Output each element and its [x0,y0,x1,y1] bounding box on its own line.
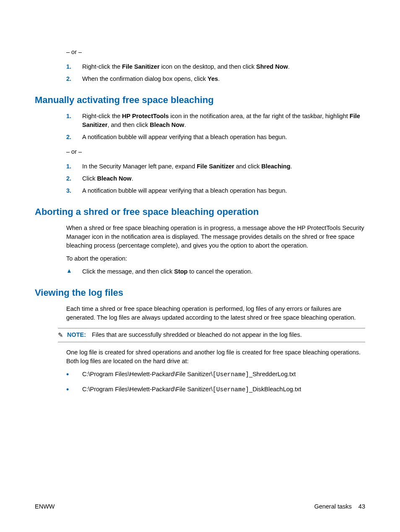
or-text: – or – [66,147,365,156]
note-content: NOTE:Files that are successfully shredde… [67,331,302,339]
bullet-text: C:\Program Files\Hewlett-Packard\File Sa… [82,370,365,379]
note-text: Files that are successfully shredded or … [92,331,302,338]
heading-viewing-log: Viewing the log files [35,286,365,300]
list-item: 1. In the Security Manager left pane, ex… [66,162,365,171]
note-block: ✎ NOTE:Files that are successfully shred… [58,328,365,342]
list-text: A notification bubble will appear verify… [82,186,365,195]
paragraph: When a shred or free space bleaching ope… [66,224,365,250]
sec0-listA: 1. Right-click the File Sanitizer icon o… [66,62,365,83]
footer: ENWW General tasks43 [35,502,365,511]
sec1-listB: 1. In the Security Manager left pane, ex… [66,162,365,195]
footer-left: ENWW [35,502,55,511]
list-item: 2. When the confirmation dialog box open… [66,75,365,83]
bullet-icon: • [66,370,82,379]
sec1-body: 1. Right-click the HP ProtectTools icon … [66,112,365,195]
list-item: 1. Right-click the File Sanitizer icon o… [66,62,365,71]
list-item: 3. A notification bubble will appear ver… [66,186,365,195]
page-number: 43 [358,503,365,510]
list-number: 1. [66,62,82,71]
footer-right: General tasks43 [314,502,365,511]
heading-aborting: Aborting a shred or free space bleaching… [35,205,365,219]
or-text: – or – [66,48,365,57]
list-text: Right-click the HP ProtectTools icon in … [82,112,365,129]
paragraph: Each time a shred or free space bleachin… [66,305,365,322]
sec3-body: Each time a shred or free space bleachin… [66,305,365,322]
bullet-item: • C:\Program Files\Hewlett-Packard\File … [66,370,365,379]
triangle-item: ▲ Click the message, and then click Stop… [66,267,365,276]
list-number: 2. [66,75,82,83]
paragraph: One log file is created for shred operat… [66,348,365,366]
paragraph: To abort the operation: [66,254,365,263]
list-item: 2. A notification bubble will appear ver… [66,133,365,142]
bullet-text: C:\Program Files\Hewlett-Packard\File Sa… [82,385,365,394]
list-number: 3. [66,186,82,195]
list-number: 1. [66,112,82,129]
list-text: Right-click the File Sanitizer icon on t… [82,62,365,71]
list-item: 2. Click Bleach Now. [66,174,365,183]
heading-manually-activating: Manually activating free space bleaching [35,93,365,107]
list-text: Click Bleach Now. [82,174,365,183]
list-number: 2. [66,174,82,183]
triangle-text: Click the message, and then click Stop t… [82,267,365,276]
list-text: When the confirmation dialog box opens, … [82,75,365,83]
sec2-body: When a shred or free space bleaching ope… [66,224,365,276]
intro-block: – or – 1. Right-click the File Sanitizer… [66,48,365,83]
list-text: In the Security Manager left pane, expan… [82,162,365,171]
note-icon: ✎ [58,331,67,340]
triangle-icon: ▲ [66,267,82,276]
list-text: A notification bubble will appear verify… [82,133,365,142]
bullet-icon: • [66,385,82,394]
list-number: 2. [66,133,82,142]
sec1-listA: 1. Right-click the HP ProtectTools icon … [66,112,365,142]
sec3-body2: One log file is created for shred operat… [66,348,365,394]
bullet-item: • C:\Program Files\Hewlett-Packard\File … [66,385,365,394]
list-item: 1. Right-click the HP ProtectTools icon … [66,112,365,129]
list-number: 1. [66,162,82,171]
note-label: NOTE: [67,331,86,338]
